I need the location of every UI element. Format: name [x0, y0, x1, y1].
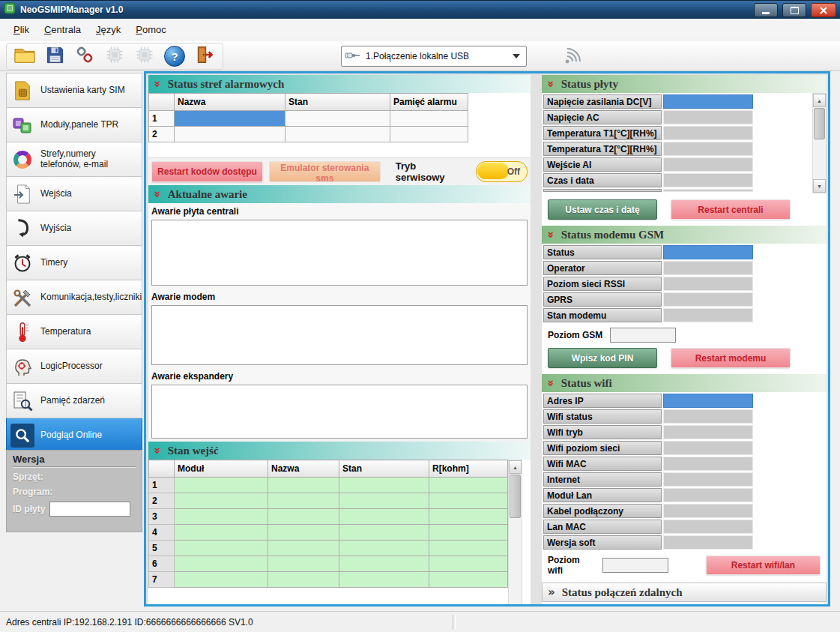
table-row[interactable]: 5	[149, 541, 508, 556]
section-header-alarm-zones[interactable]: » Status stref alarmowych	[148, 75, 531, 93]
status-value	[663, 173, 753, 187]
row-number-cell: 7	[149, 572, 175, 588]
thermometer-icon	[10, 320, 34, 344]
exit-button[interactable]	[191, 45, 218, 67]
status-row: Adres IP	[543, 394, 827, 408]
table-row[interactable]: 1	[149, 478, 508, 493]
title-bar: NeoGSMIPManager v1.0	[0, 1, 840, 19]
inputs-state-panel: Moduł Nazwa Stan R[kohm] 1 2 3	[148, 460, 531, 604]
scroll-up-button[interactable]: ▲	[509, 460, 522, 474]
help-button[interactable]: ?	[161, 45, 188, 67]
enter-pin-button[interactable]: Wpisz kod PIN	[548, 348, 657, 368]
sidebar-item-modules-tpr[interactable]: Moduły,panele TPR	[6, 108, 142, 142]
module-write-button[interactable]	[131, 45, 158, 67]
menu-pomoc[interactable]: Pomoc	[128, 20, 173, 39]
connect-button[interactable]	[71, 45, 98, 67]
input-module-cell	[175, 572, 268, 588]
status-value	[663, 425, 753, 439]
zone-memory-cell	[390, 111, 468, 127]
sidebar-item-timers[interactable]: Timery	[6, 246, 142, 280]
row-number-cell: 5	[149, 541, 175, 556]
save-button[interactable]	[41, 45, 68, 67]
status-value	[663, 520, 753, 534]
event-log-icon	[10, 389, 34, 413]
inputs-scrollbar[interactable]: ▲ ▼	[508, 460, 522, 604]
menu-centrala[interactable]: Centrala	[37, 20, 88, 39]
status-label: Wersja soft	[543, 535, 662, 550]
section-header-gsm-status[interactable]: » Status modemu GSM	[542, 226, 827, 244]
status-value	[663, 126, 753, 140]
restart-panel-button[interactable]: Restart centrali	[671, 199, 791, 220]
sidebar-item-temperature[interactable]: Temperatura	[6, 315, 142, 349]
input-name-cell	[268, 541, 339, 556]
status-label: Wifi tryb	[543, 425, 662, 439]
sidebar-item-label: Moduły,panele TPR	[40, 120, 118, 130]
row-number-cell: 6	[149, 556, 175, 572]
board-status-scrollbar[interactable]: ▲ ▼	[812, 93, 827, 193]
application-window: NeoGSMIPManager v1.0 Plik Centrala Język…	[0, 0, 840, 632]
restart-modem-button[interactable]: Restart modemu	[671, 348, 791, 368]
section-header-board-status[interactable]: » Status płyty	[542, 75, 827, 93]
sidebar-item-logicprocessor[interactable]: LogicProcessor	[6, 349, 142, 384]
table-row[interactable]: 2	[149, 493, 508, 509]
row-number-cell: 3	[149, 509, 175, 525]
board-id-input[interactable]	[49, 502, 130, 517]
chevron-down-icon	[513, 54, 520, 58]
column-header: R[kohm]	[429, 460, 508, 478]
menu-jezyk[interactable]: Język	[88, 20, 128, 39]
status-label: Czas i data	[543, 173, 662, 187]
set-time-button[interactable]: Ustaw czas i datę	[548, 199, 657, 220]
status-row: Poziom sieci RSSI	[543, 277, 827, 291]
gsm-level-input[interactable]	[610, 328, 676, 343]
close-button[interactable]	[811, 3, 836, 17]
collapse-chevron-icon: »	[544, 379, 558, 387]
status-value	[663, 409, 753, 424]
scroll-thumb[interactable]	[510, 475, 521, 518]
section-header-inputs-state[interactable]: » Stan wejść	[148, 442, 531, 460]
status-label: Temperatura T1[°C][RH%]	[543, 126, 662, 140]
table-row[interactable]: 6	[149, 556, 508, 572]
column-header: Nazwa	[175, 94, 285, 111]
folder-icon	[13, 45, 36, 67]
status-row: Internet	[543, 472, 827, 487]
minimize-button[interactable]	[754, 3, 778, 17]
maximize-button[interactable]	[782, 3, 806, 17]
section-header-current-faults[interactable]: » Aktualne awarie	[148, 185, 531, 203]
usb-icon	[345, 50, 361, 63]
save-icon	[45, 45, 65, 68]
table-row[interactable]: 1	[149, 111, 468, 127]
section-header-remote-connections[interactable]: » Status połączeń zdalnych	[542, 583, 827, 602]
restart-access-codes-button[interactable]: Restart kodów dostępu	[151, 161, 263, 182]
scroll-up-button[interactable]: ▲	[813, 94, 826, 107]
gsm-buttons-strip: Wpisz kod PIN Restart modemu	[542, 346, 827, 374]
table-row[interactable]: 4	[149, 525, 508, 541]
input-state-cell	[339, 556, 429, 572]
sidebar-item-zones-phones-email[interactable]: Strefy,numery telefonów, e-mail	[6, 142, 142, 177]
table-row[interactable]: 7	[149, 572, 508, 588]
menu-plik[interactable]: Plik	[6, 20, 37, 39]
sidebar-item-online-preview[interactable]: Podgląd Online	[6, 418, 142, 453]
section-header-wifi-status[interactable]: » Status wifi	[542, 374, 827, 392]
module-read-button[interactable]	[101, 45, 128, 67]
scroll-down-button[interactable]: ▼	[813, 179, 826, 193]
center-column: » Status stref alarmowych Nazwa Stan Pam…	[148, 75, 531, 604]
status-value	[663, 457, 753, 471]
sidebar-item-communication[interactable]: Komunikacja,testy,liczniki	[6, 280, 142, 315]
board-buttons-strip: Ustaw czas i datę Restart centrali	[542, 193, 827, 226]
sms-emulator-button[interactable]: Emulator sterowania sms	[269, 161, 381, 182]
section-title: Status wifi	[561, 377, 612, 390]
table-row[interactable]: 3	[149, 509, 508, 525]
sidebar-item-sim-settings[interactable]: Ustawienia karty SIM	[6, 73, 142, 108]
open-button[interactable]	[11, 45, 38, 67]
connection-dropdown[interactable]: 1.Połączenie lokalne USB	[341, 46, 527, 67]
scroll-thumb[interactable]	[814, 108, 825, 139]
table-row[interactable]: 2	[149, 127, 468, 142]
sidebar-item-inputs[interactable]: Wejścia	[6, 177, 142, 211]
sidebar-item-outputs[interactable]: Wyjścia	[6, 211, 142, 246]
wifi-level-input[interactable]	[602, 558, 668, 573]
restart-wifi-lan-button[interactable]: Restart wifi/lan	[706, 556, 821, 575]
zone-name-cell[interactable]	[175, 111, 285, 127]
row-number-cell: 4	[149, 525, 175, 541]
service-mode-toggle[interactable]: Off	[476, 161, 528, 182]
sidebar-item-event-memory[interactable]: Pamięć zdarzeń	[6, 384, 142, 418]
